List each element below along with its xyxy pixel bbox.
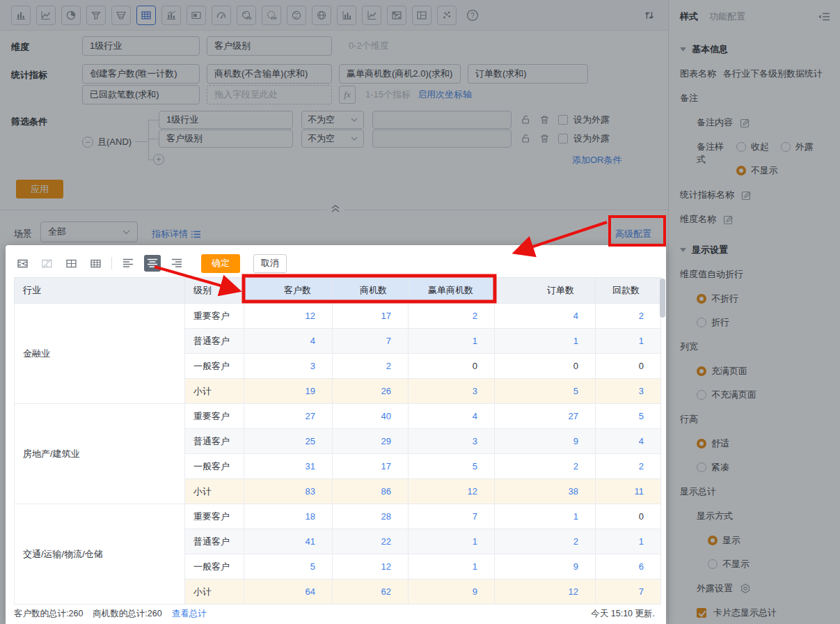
level-cell: 一般客户 [185, 554, 244, 579]
value-cell: 3 [409, 429, 495, 454]
value-cell: 12 [333, 554, 409, 579]
panel-toolbar: 确定 取消 [14, 254, 287, 273]
value-cell: 17 [333, 454, 409, 479]
advanced-config-panel: 确定 取消 行业级别客户数商机数赢单商机数订单数回款数金融业重要客户121724… [6, 245, 666, 624]
value-cell: 4 [244, 329, 333, 354]
industry-cell: 金融业 [15, 304, 185, 404]
value-cell: 9 [495, 554, 596, 579]
value-cell: 64 [244, 579, 333, 604]
value-cell: 1 [409, 329, 495, 354]
value-cell: 29 [333, 429, 409, 454]
level-cell: 小计 [185, 479, 244, 504]
toolbar-separator [111, 257, 112, 270]
split-grid-icon[interactable] [87, 255, 104, 272]
column-header[interactable]: 回款数 [596, 278, 661, 304]
value-cell: 40 [333, 404, 409, 429]
value-cell: 0 [596, 504, 661, 529]
result-table: 行业级别客户数商机数赢单商机数订单数回款数金融业重要客户1217242普通客户4… [14, 277, 661, 604]
value-cell: 5 [495, 379, 596, 404]
value-cell: 1 [596, 529, 661, 554]
value-cell: 7 [596, 579, 661, 604]
value-cell: 26 [333, 379, 409, 404]
value-cell: 2 [333, 354, 409, 379]
value-cell: 4 [596, 429, 661, 454]
value-cell: 1 [409, 529, 495, 554]
table-row: 房地产/建筑业重要客户27404275 [15, 404, 661, 429]
column-header[interactable]: 客户数 [244, 278, 333, 304]
column-header[interactable]: 订单数 [495, 278, 596, 304]
confirm-button[interactable]: 确定 [201, 254, 240, 273]
level-cell: 小计 [185, 579, 244, 604]
level-cell: 小计 [185, 379, 244, 404]
value-cell: 1 [596, 329, 661, 354]
value-cell: 4 [409, 404, 495, 429]
value-cell: 28 [333, 504, 409, 529]
value-cell: 38 [495, 479, 596, 504]
align-right-icon[interactable] [168, 255, 185, 272]
industry-cell: 房地产/建筑业 [15, 404, 185, 504]
value-cell: 22 [333, 529, 409, 554]
value-cell: 1 [409, 554, 495, 579]
value-cell: 7 [333, 329, 409, 354]
level-cell: 一般客户 [185, 454, 244, 479]
table-scrollbar-thumb[interactable] [660, 279, 665, 318]
value-cell: 5 [409, 454, 495, 479]
merge-cells-icon[interactable] [14, 255, 31, 272]
column-header[interactable]: 级别 [185, 278, 244, 304]
value-cell: 5 [596, 404, 661, 429]
value-cell: 0 [409, 354, 495, 379]
value-cell: 41 [244, 529, 333, 554]
level-cell: 普通客户 [185, 429, 244, 454]
value-cell: 12 [409, 479, 495, 504]
value-cell: 12 [495, 579, 596, 604]
column-header[interactable]: 赢单商机数 [409, 278, 495, 304]
value-cell: 0 [596, 354, 661, 379]
value-cell: 2 [409, 304, 495, 329]
level-cell: 重要客户 [185, 404, 244, 429]
level-cell: 普通客户 [185, 329, 244, 354]
value-cell: 27 [244, 404, 333, 429]
value-cell: 1 [495, 329, 596, 354]
level-cell: 普通客户 [185, 529, 244, 554]
value-cell: 1 [495, 504, 596, 529]
value-cell: 18 [244, 504, 333, 529]
value-cell: 2 [596, 304, 661, 329]
customers-total: 客户数的总计:260 [14, 608, 83, 620]
value-cell: 9 [409, 579, 495, 604]
value-cell: 0 [495, 354, 596, 379]
column-header[interactable]: 商机数 [333, 278, 409, 304]
app-screen: CNCN? 维度 1级行业 客户级别 0-2个维度 统计指标 创建客户数(唯一计… [0, 0, 840, 624]
industry-cell: 交通/运输/物流/仓储 [15, 504, 185, 604]
split-rows-icon[interactable] [63, 255, 79, 272]
value-cell: 83 [244, 479, 333, 504]
value-cell: 19 [244, 379, 333, 404]
value-cell: 3 [596, 379, 661, 404]
value-cell: 27 [495, 404, 596, 429]
value-cell: 3 [409, 379, 495, 404]
column-header[interactable]: 行业 [15, 278, 185, 304]
align-left-icon[interactable] [120, 255, 136, 272]
value-cell: 11 [596, 479, 661, 504]
last-updated: 今天 15:10 更新. [591, 608, 655, 620]
align-center-icon[interactable] [144, 255, 161, 272]
level-cell: 重要客户 [185, 304, 244, 329]
level-cell: 一般客户 [185, 354, 244, 379]
value-cell: 62 [333, 579, 409, 604]
value-cell: 5 [244, 554, 333, 579]
value-cell: 9 [495, 429, 596, 454]
value-cell: 17 [333, 304, 409, 329]
level-cell: 重要客户 [185, 504, 244, 529]
value-cell: 2 [596, 454, 661, 479]
value-cell: 31 [244, 454, 333, 479]
value-cell: 7 [409, 504, 495, 529]
view-totals-link[interactable]: 查看总计 [172, 608, 207, 620]
table-row: 金融业重要客户1217242 [15, 304, 661, 329]
cancel-button[interactable]: 取消 [253, 254, 287, 273]
value-cell: 6 [596, 554, 661, 579]
value-cell: 3 [244, 354, 333, 379]
panel-footer: 客户数的总计:260 商机数的总计:260 查看总计 今天 15:10 更新. [6, 604, 666, 624]
value-cell: 4 [495, 304, 596, 329]
unmerge-cells-icon[interactable] [38, 255, 55, 272]
table-row: 交通/运输/物流/仓储重要客户1828710 [15, 504, 661, 529]
value-cell: 12 [244, 304, 333, 329]
